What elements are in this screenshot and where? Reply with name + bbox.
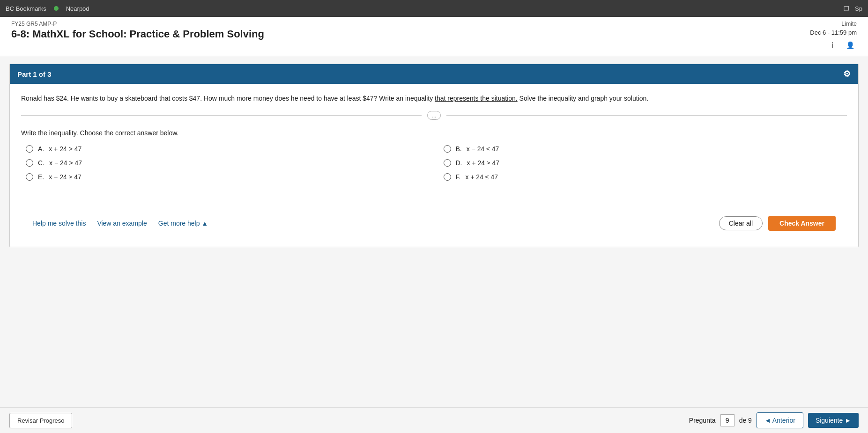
total-pages-label: de 9 bbox=[739, 417, 752, 424]
choice-f-math: x + 24 ≤ 47 bbox=[465, 173, 498, 181]
toolbar-right: Clear all Check Answer bbox=[719, 216, 836, 231]
radio-f[interactable] bbox=[444, 173, 451, 181]
current-page-number: 9 bbox=[720, 414, 734, 426]
check-answer-button[interactable]: Check Answer bbox=[768, 216, 836, 231]
nearpod-dot-icon bbox=[54, 6, 59, 11]
clear-all-button[interactable]: Clear all bbox=[719, 216, 763, 230]
profile-button[interactable]: 👤 bbox=[844, 39, 857, 52]
choice-d-math: x + 24 ≥ 47 bbox=[467, 159, 500, 167]
top-header: FY25 GR5 AMP-P 6-8: MathXL for School: P… bbox=[0, 17, 868, 56]
settings-icon[interactable]: ⚙ bbox=[843, 69, 851, 79]
radio-a[interactable] bbox=[26, 145, 33, 153]
header-icons: i 👤 bbox=[826, 39, 857, 52]
divider-line-right bbox=[446, 115, 847, 116]
nav-center: Pregunta 9 de 9 ◄ Anterior Siguiente ► bbox=[689, 412, 859, 428]
question-panel: Part 1 of 3 ⚙ Ronald has $24. He wants t… bbox=[9, 64, 859, 247]
radio-d[interactable] bbox=[444, 159, 451, 167]
view-example-link[interactable]: View an example bbox=[97, 220, 147, 227]
choice-b[interactable]: B. x − 24 ≤ 47 bbox=[444, 145, 843, 153]
browser-sp-text: Sp bbox=[855, 5, 862, 12]
radio-e[interactable] bbox=[26, 173, 33, 181]
part-label: Part 1 of 3 bbox=[17, 70, 52, 78]
radio-b[interactable] bbox=[444, 145, 451, 153]
header-left: FY25 GR5 AMP-P 6-8: MathXL for School: P… bbox=[11, 21, 264, 40]
anterior-button[interactable]: ◄ Anterior bbox=[757, 412, 803, 428]
page-title: 6-8: MathXL for School: Practice & Probl… bbox=[11, 28, 264, 40]
choice-c-math: x − 24 > 47 bbox=[49, 159, 82, 167]
instruction-text: Write the inequality. Choose the correct… bbox=[21, 129, 847, 137]
divider-dots[interactable]: ... bbox=[427, 111, 441, 120]
choice-b-label: B. bbox=[456, 145, 462, 153]
bottom-toolbar: Help me solve this View an example Get m… bbox=[21, 209, 847, 237]
choice-e-math: x − 24 ≥ 47 bbox=[49, 173, 82, 181]
siguiente-button[interactable]: Siguiente ► bbox=[808, 413, 859, 428]
choice-e[interactable]: E. x − 24 ≥ 47 bbox=[26, 173, 425, 181]
help-me-solve-link[interactable]: Help me solve this bbox=[32, 220, 86, 227]
bookmarks-label: BC Bookmarks bbox=[6, 5, 46, 12]
choice-a-label: A. bbox=[38, 145, 44, 153]
choice-d[interactable]: D. x + 24 ≥ 47 bbox=[444, 159, 843, 167]
question-body: Ronald has $24. He wants to buy a skateb… bbox=[10, 84, 858, 247]
choice-b-math: x − 24 ≤ 47 bbox=[467, 145, 499, 153]
divider-line-left bbox=[21, 115, 422, 116]
breadcrumb: FY25 GR5 AMP-P bbox=[11, 21, 264, 27]
revisar-progreso-button[interactable]: Revisar Progreso bbox=[9, 413, 72, 428]
browser-right-controls: ❐ Sp bbox=[844, 5, 862, 12]
get-more-help-link[interactable]: Get more help ▲ bbox=[158, 220, 208, 227]
question-header: Part 1 of 3 ⚙ bbox=[10, 64, 858, 84]
info-button[interactable]: i bbox=[826, 39, 839, 52]
limite-label: Límite bbox=[841, 21, 857, 27]
choice-f-label: F. bbox=[456, 173, 461, 181]
radio-c[interactable] bbox=[26, 159, 33, 167]
browser-bar: BC Bookmarks Nearpod ❐ Sp bbox=[0, 0, 868, 17]
choice-a[interactable]: A. x + 24 > 47 bbox=[26, 145, 425, 153]
pregunta-label: Pregunta bbox=[689, 417, 716, 424]
nearpod-label: Nearpod bbox=[66, 5, 89, 12]
divider-row: ... bbox=[21, 111, 847, 120]
choices-grid: A. x + 24 > 47 B. x − 24 ≤ 47 C. x − 24 … bbox=[21, 145, 847, 181]
choice-e-label: E. bbox=[38, 173, 44, 181]
limite-date: Dec 6 - 11:59 pm bbox=[810, 29, 857, 36]
app-container: FY25 GR5 AMP-P 6-8: MathXL for School: P… bbox=[0, 17, 868, 433]
choice-c-label: C. bbox=[38, 159, 45, 167]
choice-d-label: D. bbox=[456, 159, 462, 167]
problem-text: Ronald has $24. He wants to buy a skateb… bbox=[21, 93, 847, 103]
footer-nav: Revisar Progreso Pregunta 9 de 9 ◄ Anter… bbox=[0, 407, 868, 433]
choice-f[interactable]: F. x + 24 ≤ 47 bbox=[444, 173, 843, 181]
choice-c[interactable]: C. x − 24 > 47 bbox=[26, 159, 425, 167]
bookmarks-area: BC Bookmarks bbox=[6, 5, 46, 12]
window-icon: ❐ bbox=[844, 5, 849, 12]
choice-a-math: x + 24 > 47 bbox=[49, 145, 82, 153]
header-right: Límite Dec 6 - 11:59 pm i 👤 bbox=[810, 21, 857, 52]
